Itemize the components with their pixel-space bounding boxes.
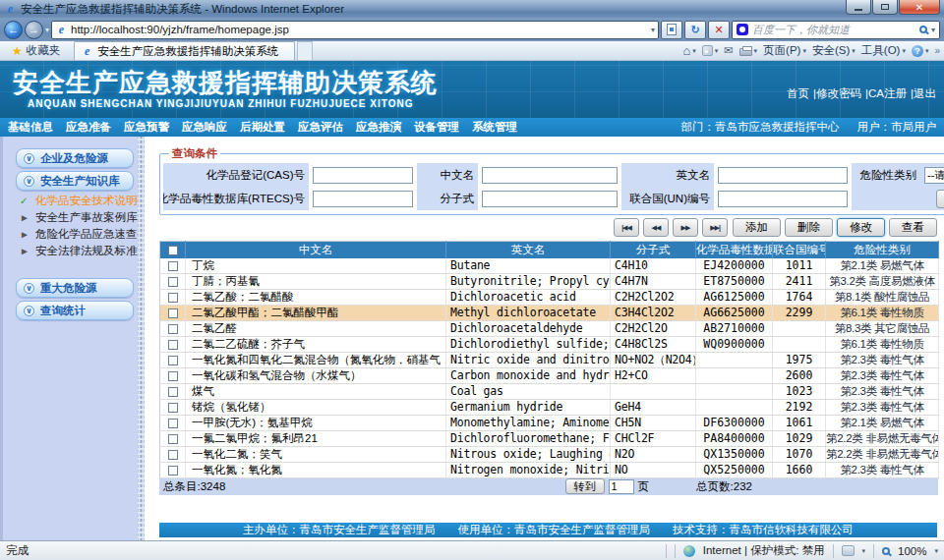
table-row[interactable]: 煤气 Coal gas 1023 第2.3类 毒性气体 [160,383,939,399]
menu-item[interactable]: 应急推演 [356,120,401,135]
zoom-dropdown-icon[interactable]: ▾ [934,547,938,555]
row-checkbox[interactable] [168,434,178,444]
minimize-button[interactable] [846,0,871,15]
address-dropdown-icon[interactable]: ▾ [651,26,655,34]
row-checkbox[interactable] [168,277,178,287]
safety-menu[interactable]: 安全(S)▾ [812,43,856,58]
address-bar[interactable]: e http://localhost:90/yjzh/frame/homepag… [51,21,659,39]
modify-button[interactable]: 修改 [837,218,885,237]
search-icon[interactable] [919,26,927,33]
banner-link[interactable]: |CA注册 [865,86,907,101]
favorites-button[interactable]: ★ 收藏夹 [4,41,68,60]
table-row[interactable]: 一氧化二氮；笑气 Nitrous oxide; Laughing gas N2O… [160,446,939,462]
menu-item[interactable]: 应急准备 [66,120,111,135]
banner-link[interactable]: 首页 [787,86,809,101]
table-row[interactable]: 一氧化氮和四氧化二氮混合物（氮氧化物，硝基气，氧化氮气体） Nitric oxi… [160,352,939,367]
banner-link[interactable]: |修改密码 [813,86,861,101]
view-button[interactable]: 查看 [889,218,937,237]
header-en[interactable]: 英文名 [446,242,611,258]
sidebar-item[interactable]: ► 危险化学品应急速查手... [20,227,138,242]
refresh-button[interactable]: ↻ [684,21,706,39]
row-checkbox[interactable] [168,419,178,428]
pager-button[interactable]: ▶▶ [673,218,698,237]
sidebar-group[interactable]: ∨ 查询统计 [16,301,134,320]
row-checkbox[interactable] [168,261,178,271]
table-row[interactable]: 一氟二氯甲烷；氟利昂21 Dichlorofluoromethane; Freo… [160,430,939,446]
compatibility-view-button[interactable] [661,21,682,39]
row-checkbox[interactable] [168,308,178,318]
sidebar-group[interactable]: ∨ 安全生产知识库 [16,171,134,191]
row-checkbox[interactable] [168,371,178,381]
danger-class-select[interactable]: --请选择-- ▾ [924,167,944,184]
menu-item[interactable]: 应急评估 [298,120,343,135]
sidebar-item[interactable]: ► 安全法律法规及标准库 [20,244,138,258]
header-rtecs[interactable]: 化学品毒性数据... [696,242,773,258]
help-button[interactable]: ?▾ [912,45,929,57]
pager-button[interactable]: |◀◀ [614,218,639,237]
menu-item[interactable]: 应急响应 [182,120,227,135]
menu-item[interactable]: 基础信息 [8,120,53,135]
table-row[interactable]: 一氧化碳和氢气混合物（水煤气） Carbon monoxide and hydr… [160,367,939,383]
sidebar-group[interactable]: ∨ 企业及危险源 [16,148,134,168]
menu-item[interactable]: 设备管理 [414,120,459,135]
maximize-button[interactable] [872,0,898,15]
delete-button[interactable]: 删除 [785,218,833,237]
tab-active[interactable]: e 安全生产应急救援指挥辅助决策系统 [74,41,295,60]
row-checkbox[interactable] [168,293,178,303]
sidebar-item[interactable]: ✓ 化学品安全技术说明书 [20,194,138,208]
search-button[interactable]: 查询 [936,190,944,208]
select-all-checkbox[interactable] [168,246,178,255]
pager-button[interactable]: ◀◀ [643,218,669,237]
zoom-icon[interactable] [882,547,890,555]
close-button[interactable]: ✕ [899,0,940,15]
menu-item[interactable]: 系统管理 [472,120,517,135]
forward-button[interactable]: → [25,21,43,39]
new-tab-stub[interactable] [297,41,313,60]
banner-link[interactable]: |退出 [911,86,936,101]
table-row[interactable]: 一氧化氮；氧化氮 Nitrogen monoxide; Nitric oxide… [160,462,939,477]
pager-button[interactable]: ▶▶| [702,218,728,237]
sidebar-group[interactable]: ∨ 重大危险源 [16,278,134,298]
compat-mode-icon[interactable] [842,545,855,556]
stop-button[interactable]: ✕ [708,21,730,39]
row-checkbox[interactable] [168,403,178,413]
back-button[interactable]: ← [4,21,23,39]
header-danger[interactable]: 危险性类别 [826,242,939,258]
search-placeholder[interactable]: 百度一下，你就知道 [752,23,915,37]
menu-item[interactable]: 应急预警 [124,120,169,135]
sidebar-item[interactable]: ► 安全生产事故案例库 [20,210,138,225]
un-input[interactable] [718,191,848,207]
table-row[interactable]: 二氯乙酸；二氯醋酸 Dichloroacetic acid C2H2Cl2O2 … [160,289,939,305]
read-mail-button[interactable]: ✉ [724,44,733,57]
cas-input[interactable] [313,167,413,184]
goto-page-button[interactable]: 转到 [565,478,605,494]
cn-name-input[interactable] [482,167,618,184]
formula-input[interactable] [482,191,618,207]
table-row[interactable]: 二氯乙醛 Dichloroacetaldehyde C2H2Cl2O AB271… [160,320,939,336]
table-row[interactable]: 锗烷（氢化锗） Germanium hydride GeH4 2192 第2.3… [160,399,939,415]
zoom-level-text[interactable]: 100% [898,545,926,557]
table-row[interactable]: 丁腈；丙基氰 Butyronitrile; Propyl cyanide C4H… [160,273,939,289]
goto-page-input[interactable] [609,479,634,494]
row-checkbox[interactable] [168,356,178,365]
page-menu[interactable]: 页面(P)▾ [763,43,806,58]
table-row[interactable]: 二氯二乙硫醚；芥子气 Dichlorodiethyl sulfide; Must… [160,336,939,352]
history-dropdown-icon[interactable]: ▾ [45,26,49,34]
rtecs-input[interactable] [313,191,413,207]
print-button[interactable]: ▾ [739,45,758,56]
search-dropdown-icon[interactable]: ▾ [931,26,935,34]
en-name-input[interactable] [718,167,848,184]
menu-item[interactable]: 后期处置 [240,120,285,135]
header-formula[interactable]: 分子式 [611,242,696,258]
url-text[interactable]: http://localhost:90/yjzh/frame/homepage.… [71,24,648,35]
header-un[interactable]: 联合国编号 [773,242,826,258]
row-checkbox[interactable] [168,324,178,334]
home-button[interactable]: ⌂▾ [682,43,695,58]
table-row[interactable]: 丁烷 Butane C4H10 EJ4200000 1011 第2.1类 易燃气… [160,258,939,274]
row-checkbox[interactable] [168,466,178,476]
tools-menu[interactable]: 工具(O)▾ [861,43,906,58]
table-row[interactable]: 一甲胺(无水)；氨基甲烷 Monomethylamine; Aminometha… [160,415,939,430]
row-checkbox[interactable] [168,340,178,350]
sidebar-splitter[interactable] [138,137,145,540]
add-button[interactable]: 添加 [733,218,781,237]
